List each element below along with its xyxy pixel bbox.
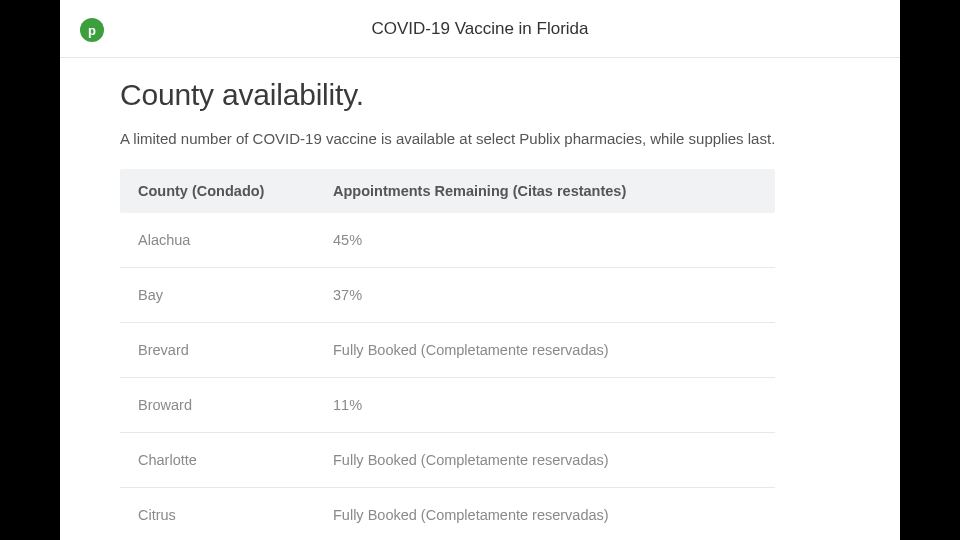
publix-logo-letter: p — [88, 24, 96, 37]
cell-county: Brevard — [138, 342, 333, 358]
table-header-appointments: Appointments Remaining (Citas restantes) — [333, 183, 757, 199]
cell-county: Bay — [138, 287, 333, 303]
section-description: A limited number of COVID-19 vaccine is … — [120, 130, 840, 147]
publix-logo[interactable]: p — [80, 18, 104, 42]
cell-appointments: Fully Booked (Completamente reservadas) — [333, 507, 757, 523]
table-header-row: County (Condado) Appointments Remaining … — [120, 169, 775, 213]
cell-county: Broward — [138, 397, 333, 413]
cell-county: Charlotte — [138, 452, 333, 468]
table-row: Broward 11% — [120, 378, 775, 433]
cell-appointments: 37% — [333, 287, 757, 303]
cell-appointments: 11% — [333, 397, 757, 413]
table-header-county: County (Condado) — [138, 183, 333, 199]
cell-appointments: 45% — [333, 232, 757, 248]
cell-county: Alachua — [138, 232, 333, 248]
table-row: Bay 37% — [120, 268, 775, 323]
header-bar: p COVID-19 Vaccine in Florida — [60, 0, 900, 58]
section-title: County availability. — [120, 78, 840, 112]
table-row: Citrus Fully Booked (Completamente reser… — [120, 488, 775, 540]
cell-appointments: Fully Booked (Completamente reservadas) — [333, 452, 757, 468]
page-title: COVID-19 Vaccine in Florida — [60, 19, 900, 39]
table-row: Charlotte Fully Booked (Completamente re… — [120, 433, 775, 488]
cell-appointments: Fully Booked (Completamente reservadas) — [333, 342, 757, 358]
cell-county: Citrus — [138, 507, 333, 523]
availability-table: County (Condado) Appointments Remaining … — [120, 169, 775, 540]
page-container: p COVID-19 Vaccine in Florida County ava… — [60, 0, 900, 540]
table-row: Alachua 45% — [120, 213, 775, 268]
table-row: Brevard Fully Booked (Completamente rese… — [120, 323, 775, 378]
content-area: County availability. A limited number of… — [60, 58, 900, 540]
